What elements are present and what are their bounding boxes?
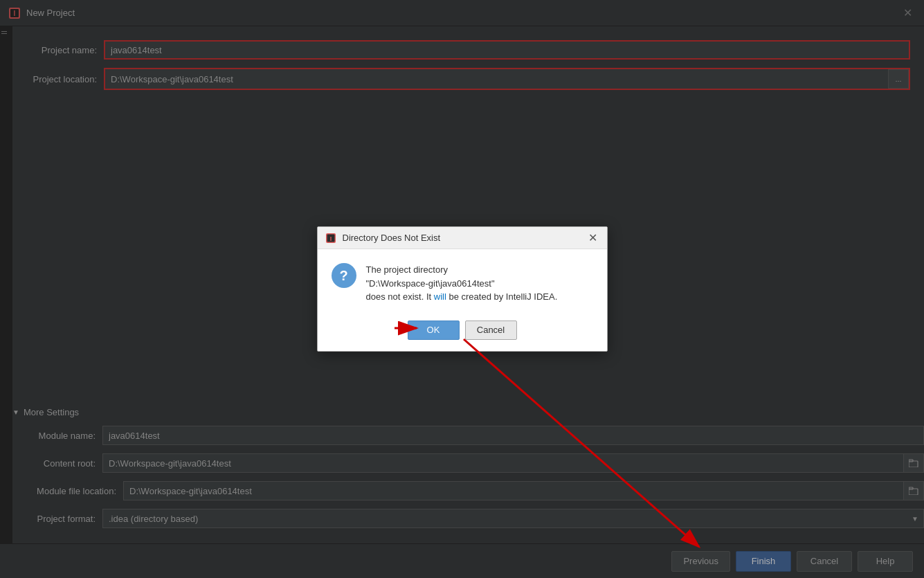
dialog-app-icon: I xyxy=(325,232,337,244)
question-icon: ? xyxy=(332,263,356,288)
dialog-message-line3-pre: does not exist. It xyxy=(366,291,434,302)
dialog-message: The project directory "D:\Workspace-git\… xyxy=(366,263,558,304)
svg-line-9 xyxy=(464,339,699,547)
dialog-ok-button[interactable]: OK xyxy=(408,320,460,340)
dialog-message-line3-post: be created by IntelliJ IDEA. xyxy=(446,291,557,302)
svg-text:I: I xyxy=(329,235,332,242)
dialog-cancel-button[interactable]: Cancel xyxy=(465,320,517,340)
main-window: I New Project ✕ II Project name: Project… xyxy=(0,0,924,578)
dialog-body: ? The project directory "D:\Workspace-gi… xyxy=(318,249,607,315)
dialog-title-bar: I Directory Does Not Exist ✕ xyxy=(318,227,607,249)
dialog-message-line1: The project directory xyxy=(366,264,449,275)
dialog-message-line2: "D:\Workspace-git\java0614test" xyxy=(366,278,495,289)
dialog-overlay: I Directory Does Not Exist ✕ ? The proje… xyxy=(0,0,924,578)
dialog-footer: OK Cancel xyxy=(318,315,607,351)
dialog-message-will: will xyxy=(434,291,446,302)
dialog-close-button[interactable]: ✕ xyxy=(586,231,600,245)
dialog-title: Directory Does Not Exist xyxy=(343,233,586,243)
directory-not-exist-dialog: I Directory Does Not Exist ✕ ? The proje… xyxy=(317,226,608,352)
